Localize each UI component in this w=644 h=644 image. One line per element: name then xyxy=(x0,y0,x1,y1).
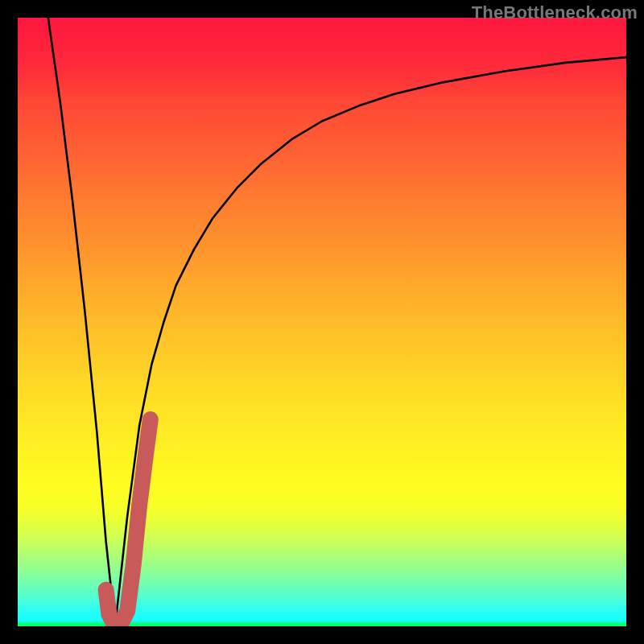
highlight-j xyxy=(106,419,151,626)
credit-text: TheBottleneck.com xyxy=(472,2,638,23)
plot-area xyxy=(18,18,626,626)
chart-container: TheBottleneck.com xyxy=(0,0,644,644)
curve-layer xyxy=(18,18,626,626)
